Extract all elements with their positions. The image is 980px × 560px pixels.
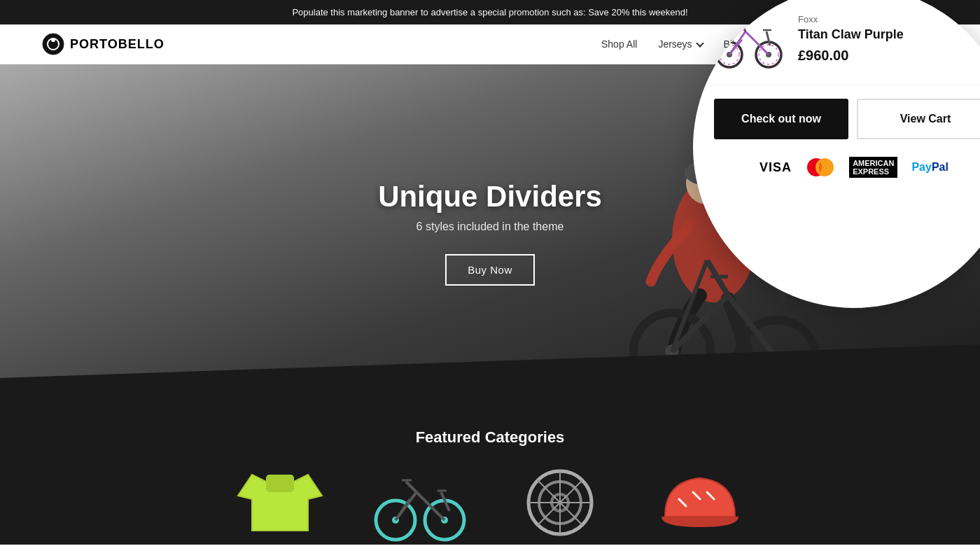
parts-category-icon bbox=[511, 461, 609, 545]
svg-rect-20 bbox=[266, 475, 294, 492]
hero-buy-now-button[interactable]: Buy Now bbox=[445, 254, 535, 286]
svg-point-50 bbox=[759, 45, 778, 64]
categories-grid bbox=[42, 461, 938, 545]
chevron-down-icon bbox=[696, 39, 704, 47]
svg-line-26 bbox=[416, 492, 444, 520]
hero-title: Unique Dividers bbox=[378, 180, 602, 214]
cart-product-name: Titan Claw Purple bbox=[798, 27, 980, 42]
mastercard-icon bbox=[806, 158, 835, 177]
svg-point-0 bbox=[43, 34, 64, 55]
category-item-helmet[interactable] bbox=[651, 461, 749, 545]
cart-price: £960.00 bbox=[798, 48, 980, 64]
view-cart-button[interactable]: View Cart bbox=[857, 99, 980, 139]
checkout-button[interactable]: Check out now bbox=[714, 99, 848, 139]
amex-icon: AMERICANEXPRESS bbox=[849, 157, 897, 178]
paypal-icon: PayPal bbox=[911, 161, 948, 174]
cart-action-buttons: Check out now View Cart bbox=[714, 99, 980, 139]
payment-icons: VISA AMERICANEXPRESS PayPal bbox=[714, 157, 980, 178]
cart-product-info: Foxx Titan Claw Purple £960.00 bbox=[798, 14, 980, 64]
featured-section: Featured Categories bbox=[0, 400, 980, 545]
visa-icon: VISA bbox=[760, 160, 792, 175]
logo-icon bbox=[42, 33, 64, 55]
bike-category-icon bbox=[371, 461, 469, 545]
svg-line-27 bbox=[406, 482, 416, 492]
banner-text: Populate this marketing banner to advert… bbox=[292, 7, 687, 18]
helmet-category-icon bbox=[651, 461, 749, 545]
logo-text: PORTOBELLO bbox=[70, 37, 164, 52]
jersey-icon bbox=[231, 461, 329, 545]
logo[interactable]: PORTOBELLO bbox=[42, 33, 164, 55]
nav-shop-all[interactable]: Shop All bbox=[601, 38, 637, 50]
category-item-bike[interactable] bbox=[371, 461, 469, 545]
hero-subtitle: 6 styles included in the theme bbox=[378, 220, 602, 233]
category-item-jersey[interactable] bbox=[231, 461, 329, 545]
category-item-parts[interactable] bbox=[511, 461, 609, 545]
featured-title: Featured Categories bbox=[42, 428, 938, 447]
svg-point-52 bbox=[816, 158, 834, 176]
svg-point-2 bbox=[51, 38, 55, 42]
hero-content: Unique Dividers 6 styles included in the… bbox=[378, 180, 602, 286]
nav-jerseys[interactable]: Jerseys bbox=[658, 38, 702, 50]
